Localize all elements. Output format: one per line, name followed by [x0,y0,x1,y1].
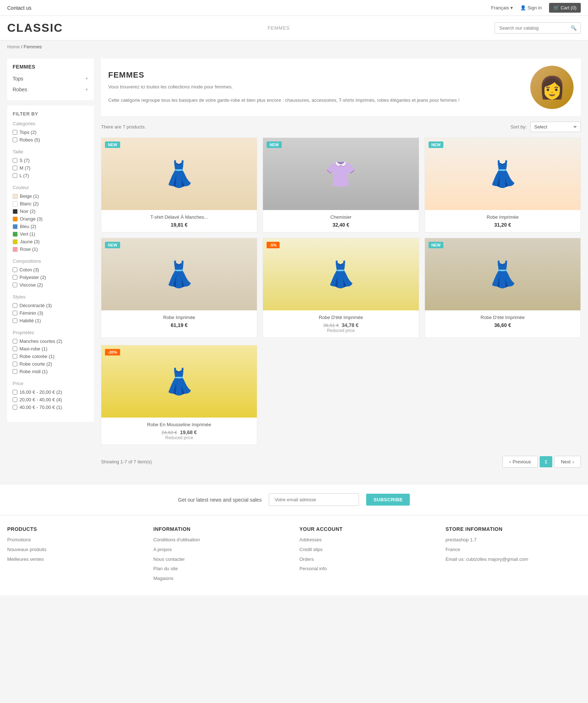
filter-checkbox-manches-courtes[interactable] [13,339,17,344]
filter-item-tops[interactable]: Tops (2) [13,128,88,136]
product-card-6[interactable]: NEW 👗 Robe D'été Imprimée 36,60 € [425,238,581,338]
filter-item-blanc[interactable]: Blanc (2) [13,200,88,208]
sidebar-item-tops[interactable]: Tops + [13,73,88,84]
filter-item-jaune[interactable]: Jaune (3) [13,238,88,245]
footer-link-contact[interactable]: Nous contacter [153,556,289,563]
category-subtitle: Vous trouverez ici toutes les collection… [108,83,530,91]
footer-store-email: Email us: cubizolles majory@gmail.com [446,556,581,563]
footer-link-magasins[interactable]: Magasins [153,575,289,582]
filter-checkbox-price-2[interactable] [13,397,17,402]
filter-item-robe-midi[interactable]: Robe midi (1) [13,368,88,375]
next-button[interactable]: Next › [554,456,581,468]
filter-item-robe-courte[interactable]: Robe courte (2) [13,360,88,368]
footer-link-addresses[interactable]: Addresses [299,536,435,544]
pagination-controls: ‹ Previous 1 Next › [503,456,581,468]
filter-item-beige[interactable]: Beige (1) [13,192,88,200]
filter-checkbox-feminin[interactable] [13,311,17,315]
filter-item-m[interactable]: M (7) [13,164,88,172]
filter-item-maxi-robe[interactable]: Maxi-robe (1) [13,345,88,353]
filter-checkbox-m[interactable] [13,166,17,170]
filter-checkbox-price-3[interactable] [13,405,17,410]
filter-checkbox-habille[interactable] [13,318,17,323]
product-card-2[interactable]: NEW 👚 Chemisier 32,40 € [263,137,419,232]
search-button[interactable]: 🔍 [567,23,580,33]
filter-checkbox-robe-coloree[interactable] [13,354,17,359]
sidebar: FEMMES Tops + Robes + FILTER BY Categori… [7,58,94,471]
product-card-7[interactable]: -20% 👗 Robe En Mousseline Imprimée 24,60… [101,345,257,445]
product-info-3: Robe Imprimée 31,20 € [425,210,580,232]
search-input[interactable] [495,23,567,33]
filter-item-feminin[interactable]: Féminin (3) [13,309,88,317]
sidebar-item-robes[interactable]: Robes + [13,84,88,95]
filter-item-orange[interactable]: Orange (3) [13,215,88,223]
newsletter-email-input[interactable] [269,493,359,506]
filter-checkbox-coton[interactable] [13,267,17,272]
language-selector[interactable]: Français ▾ [491,5,513,10]
nav-category[interactable]: FEMMES [268,25,290,31]
filter-checkbox-robe-midi[interactable] [13,369,17,374]
contact-link[interactable]: Contact us [7,5,31,11]
filter-checkbox-tops[interactable] [13,130,17,135]
filter-group-title-proprietes: Propriétés [13,330,88,335]
filter-checkbox-decontracte[interactable] [13,303,17,308]
filter-item-l[interactable]: L (7) [13,172,88,179]
footer-link-orders[interactable]: Orders [299,556,435,563]
filter-item-price-1[interactable]: 16,00 € - 20,00 € (2) [13,388,88,396]
filter-item-manches-courtes[interactable]: Manches courtes (2) [13,337,88,345]
product-image-5: 👗 [263,238,418,310]
filter-item-viscose[interactable]: Viscose (2) [13,281,88,289]
product-card-3[interactable]: NEW 👗 Robe Imprimée 31,20 € [425,137,581,232]
filter-checkbox-robes[interactable] [13,137,17,142]
filter-checkbox-polyester[interactable] [13,275,17,280]
filter-checkbox-s[interactable] [13,158,17,163]
filter-item-robe-coloree[interactable]: Robe colorée (1) [13,353,88,360]
product-card-4[interactable]: NEW 👗 Robe Imprimée 61,19 € [101,238,257,338]
filter-item-polyester[interactable]: Polyester (2) [13,274,88,281]
filter-item-s[interactable]: S (7) [13,157,88,164]
footer-link-conditions[interactable]: Conditions d'utilisation [153,536,289,544]
cart-button[interactable]: 🛒 Cart (0) [549,3,581,13]
footer-link-personal-info[interactable]: Personal info [299,565,435,573]
sort-by-label: Sort by: [510,124,527,130]
filter-item-habille[interactable]: Habillé (1) [13,317,88,324]
product-image-6: 👗 [425,238,580,310]
filter-checkbox-price-1[interactable] [13,390,17,394]
product-card-5[interactable]: -5% 👗 Robe D'été Imprimée 36,61 € 34,78 … [263,238,419,338]
footer-link-promotions[interactable]: Promotions [7,536,142,544]
breadcrumb: Home / Femmes [0,40,588,53]
filter-item-price-2[interactable]: 20,00 € - 40,00 € (4) [13,396,88,403]
badge-sale-5: -5% [267,242,280,248]
color-swatch-blanc [13,201,18,206]
filter-item-bleu[interactable]: Bleu (2) [13,223,88,230]
subscribe-button[interactable]: SUBSCRIBE [366,494,410,506]
breadcrumb-home[interactable]: Home [7,44,20,49]
filter-checkbox-maxi-robe[interactable] [13,346,17,351]
sort-select[interactable]: Select Nom, A à Z Nom, Z à A Prix, crois… [530,122,581,132]
product-card-1[interactable]: NEW 👗 T-shirt Délavé À Manches... 19,81 … [101,137,257,232]
filter-item-rose[interactable]: Rose (1) [13,245,88,253]
product-price-2: 32,40 € [267,222,414,228]
filter-group-styles: Styles Décontracté (3) Féminin (3) Habil… [13,294,88,324]
filter-item-decontracte[interactable]: Décontracté (3) [13,302,88,309]
category-title: FEMMES [108,70,530,80]
filter-checkbox-viscose[interactable] [13,283,17,287]
footer-link-credit-slips[interactable]: Credit slips [299,546,435,554]
filter-item-robes[interactable]: Robes (5) [13,136,88,144]
footer-link-meilleures[interactable]: Meilleures ventes [7,556,142,563]
products-grid-row3: -20% 👗 Robe En Mousseline Imprimée 24,60… [101,345,581,445]
filter-item-price-3[interactable]: 40,00 € - 70,00 € (1) [13,403,88,411]
product-name-1: T-shirt Délavé À Manches... [106,214,253,220]
filter-item-noir[interactable]: Noir (2) [13,208,88,215]
filter-item-coton[interactable]: Coton (3) [13,266,88,274]
category-banner: FEMMES Vous trouverez ici toutes les col… [101,58,581,116]
previous-button[interactable]: ‹ Previous [503,456,538,468]
product-img-icon-7: 👗 [163,367,195,396]
filter-checkbox-robe-courte[interactable] [13,362,17,366]
footer-link-nouveaux[interactable]: Nouveaux produits [7,546,142,554]
footer-link-apropos[interactable]: A propos [153,546,289,554]
sign-in-link[interactable]: 👤 Sign in [520,5,542,10]
filter-item-vert[interactable]: Vert (1) [13,230,88,238]
filter-checkbox-l[interactable] [13,173,17,178]
footer-link-plan[interactable]: Plan du site [153,565,289,573]
brand-logo[interactable]: CLASSIC [7,21,63,35]
